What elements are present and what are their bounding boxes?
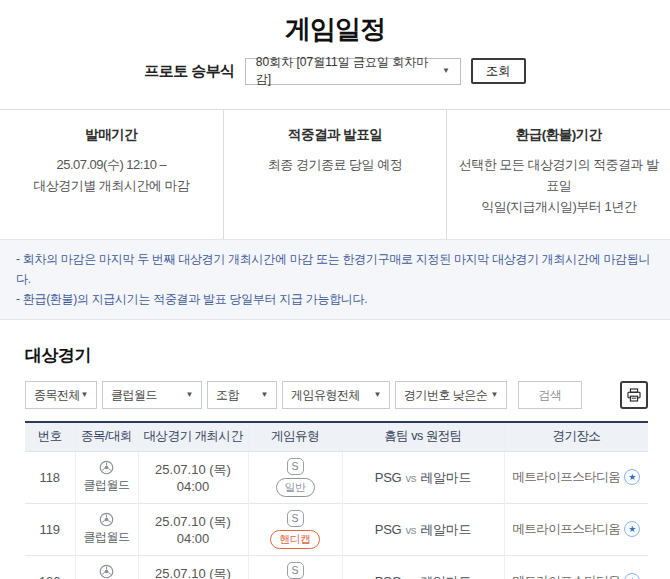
filter-select-sport[interactable]: 종목전체 ▼: [25, 381, 97, 409]
info-line: 선택한 모든 대상경기의 적중결과 발표일: [457, 154, 660, 196]
notes-box: - 회차의 마감은 마지막 두 번째 대상경기 개최시간에 마감 또는 한경기구…: [0, 239, 670, 320]
away-team: 레알마드: [420, 522, 471, 537]
section-title-target-matches: 대상경기: [25, 344, 670, 367]
col-header-sport: 종목/대회: [75, 422, 138, 451]
game-type-pill: 핸디캡: [270, 530, 320, 549]
filter-select-value: 클럽월드: [111, 387, 157, 404]
chevron-down-icon: ▼: [261, 391, 268, 399]
printer-icon: [626, 387, 642, 403]
teams-cell: PSGvs레알마드: [375, 522, 471, 537]
venue-star-button[interactable]: ★: [624, 469, 640, 485]
filter-bar: 종목전체 ▼ 클럽월드 ▼ 조합 ▼ 게임유형전체 ▼ 경기번호 낮은순 ▼ 검…: [25, 381, 648, 409]
chevron-down-icon: ▼: [81, 391, 88, 399]
game-type-cell: S 일반: [249, 458, 342, 497]
info-col-sale-period: 발매기간 25.07.09(수) 12:10 – 대상경기별 개최시간에 마감: [0, 110, 223, 239]
info-title: 환급(환불)기간: [457, 126, 660, 144]
round-select[interactable]: 80회차 [07월11일 금요일 회차마감] ▼: [245, 58, 461, 85]
match-time: 25.07.10 (목) 04:00: [138, 451, 248, 503]
home-team: PSG: [375, 470, 402, 485]
single-mark-icon: S: [287, 458, 304, 475]
info-col-refund-period: 환급(환불)기간 선택한 모든 대상경기의 적중결과 발표일 익일(지급개시일)…: [446, 110, 670, 239]
chevron-down-icon: ▼: [186, 391, 193, 399]
col-header-number: 번호: [25, 422, 75, 451]
match-number: 119: [25, 503, 75, 555]
vs-label: vs: [401, 524, 420, 536]
game-type-pill: 일반: [276, 478, 315, 497]
chevron-down-icon: ▼: [442, 67, 450, 75]
venue-name: 메트라이프스타디움: [512, 573, 620, 579]
filter-select-combination[interactable]: 조합 ▼: [207, 381, 277, 409]
away-team: 레알마드: [420, 574, 471, 579]
league-label: 클럽월드: [84, 529, 130, 546]
info-title: 적중결과 발표일: [234, 126, 437, 144]
filter-select-league[interactable]: 클럽월드 ▼: [102, 381, 202, 409]
home-team: PSG: [375, 574, 402, 579]
league-label: 클럽월드: [84, 477, 130, 494]
venue-cell: 메트라이프스타디움 ★: [505, 469, 649, 486]
filter-select-game-type[interactable]: 게임유형전체 ▼: [282, 381, 390, 409]
chevron-down-icon: ▼: [491, 391, 498, 399]
single-mark-icon: S: [287, 510, 304, 527]
venue-cell: 메트라이프스타디움 ★: [505, 573, 649, 579]
filter-select-value: 조합: [216, 387, 239, 404]
round-select-value: 80회차 [07월11일 금요일 회차마감]: [256, 54, 442, 88]
col-header-teams: 홈팀 vs 원정팀: [342, 422, 504, 451]
inquiry-button[interactable]: 조회: [471, 58, 526, 84]
table-row: 120 클럽월드 25.07.10 (목) 04:00 S 언더오버: [25, 555, 648, 579]
star-icon: ★: [628, 473, 636, 482]
page-title: 게임일정: [0, 0, 670, 47]
match-number: 120: [25, 555, 75, 579]
col-header-venue: 경기장소: [504, 422, 648, 451]
search-button[interactable]: 검색: [518, 381, 582, 409]
chevron-down-icon: ▼: [374, 391, 381, 399]
venue-name: 메트라이프스타디움: [512, 469, 620, 486]
round-selector-bar: 프로토 승부식 80회차 [07월11일 금요일 회차마감] ▼ 조회: [0, 57, 670, 85]
venue-star-button[interactable]: ★: [624, 521, 640, 537]
venue-cell: 메트라이프스타디움 ★: [505, 521, 649, 538]
match-number: 118: [25, 451, 75, 503]
table-row: 118 클럽월드 25.07.10 (목) 04:00 S 일반: [25, 451, 648, 503]
vs-label: vs: [401, 472, 420, 484]
print-button[interactable]: [620, 381, 648, 409]
single-mark-icon: S: [287, 562, 304, 579]
match-table-body: 118 클럽월드 25.07.10 (목) 04:00 S 일반: [25, 451, 648, 579]
info-line: 25.07.09(수) 12:10 –: [10, 154, 213, 175]
round-selector-label: 프로토 승부식: [144, 62, 235, 81]
league-cell: 클럽월드: [76, 564, 138, 579]
info-col-result-date: 적중결과 발표일 최종 경기종료 당일 예정: [223, 110, 447, 239]
info-strip: 발매기간 25.07.09(수) 12:10 – 대상경기별 개최시간에 마감 …: [0, 109, 670, 239]
col-header-time: 대상경기 개최시간: [138, 422, 248, 451]
star-icon: ★: [628, 525, 636, 534]
game-type-cell: S 언더오버: [249, 562, 342, 579]
venue-star-button[interactable]: ★: [624, 573, 640, 579]
table-row: 119 클럽월드 25.07.10 (목) 04:00 S 핸디캡: [25, 503, 648, 555]
filter-select-sort-order[interactable]: 경기번호 낮은순 ▼: [395, 381, 507, 409]
soccer-ball-icon: [99, 564, 114, 579]
teams-cell: PSGvs레알마드: [375, 574, 471, 579]
info-line: 대상경기별 개최시간에 마감: [10, 175, 213, 196]
filter-select-value: 종목전체: [34, 387, 80, 404]
match-time: 25.07.10 (목) 04:00: [138, 503, 248, 555]
league-cell: 클럽월드: [76, 460, 138, 494]
note-line: - 환급(환불)의 지급시기는 적중결과 발표 당일부터 지급 가능합니다.: [16, 289, 654, 309]
away-team: 레알마드: [420, 470, 471, 485]
game-type-cell: S 핸디캡: [249, 510, 342, 549]
info-line: 최종 경기종료 당일 예정: [234, 154, 437, 175]
teams-cell: PSGvs레알마드: [375, 470, 471, 485]
info-line: 익일(지급개시일)부터 1년간: [457, 196, 660, 217]
info-title: 발매기간: [10, 126, 213, 144]
col-header-game-type: 게임유형: [248, 422, 342, 451]
home-team: PSG: [375, 522, 402, 537]
soccer-ball-icon: [99, 512, 114, 527]
match-table: 번호 종목/대회 대상경기 개최시간 게임유형 홈팀 vs 원정팀 경기장소 1…: [25, 421, 648, 579]
venue-name: 메트라이프스타디움: [512, 521, 620, 538]
soccer-ball-icon: [99, 460, 114, 475]
filter-select-value: 경기번호 낮은순: [404, 387, 487, 404]
league-cell: 클럽월드: [76, 512, 138, 546]
vs-label: vs: [401, 576, 420, 579]
filter-select-value: 게임유형전체: [291, 387, 360, 404]
game-schedule-page: 게임일정 프로토 승부식 80회차 [07월11일 금요일 회차마감] ▼ 조회…: [0, 0, 670, 579]
match-time: 25.07.10 (목) 04:00: [138, 555, 248, 579]
note-line: - 회차의 마감은 마지막 두 번째 대상경기 개최시간에 마감 또는 한경기구…: [16, 249, 654, 289]
table-header-row: 번호 종목/대회 대상경기 개최시간 게임유형 홈팀 vs 원정팀 경기장소: [25, 422, 648, 451]
